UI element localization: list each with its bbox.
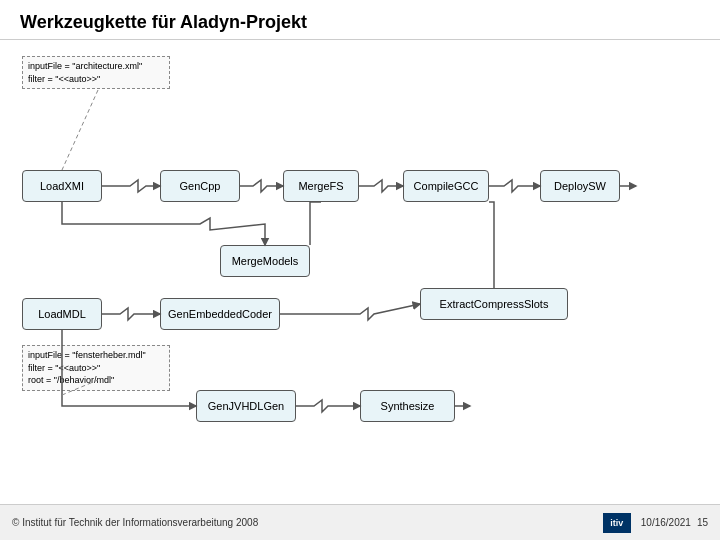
- node-compilegcc: CompileGCC: [403, 170, 489, 202]
- node-extractcompressslots: ExtractCompressSlots: [420, 288, 568, 320]
- info-box-2: inputFile = "fensterheber.mdl" filter = …: [22, 345, 170, 391]
- node-synthesize: Synthesize: [360, 390, 455, 422]
- node-genembeddedcoder: GenEmbeddedCoder: [160, 298, 280, 330]
- page: Werkzeugkette für Aladyn-Projekt inputFi…: [0, 0, 720, 540]
- footer-page: 15: [697, 517, 708, 528]
- footer-date: 10/16/2021: [641, 517, 691, 528]
- node-gencpp: GenCpp: [160, 170, 240, 202]
- info-box-1: inputFile = "architecture.xml" filter = …: [22, 56, 170, 89]
- diagram-area: inputFile = "architecture.xml" filter = …: [0, 40, 720, 500]
- footer-copyright: © Institut für Technik der Informationsv…: [12, 517, 258, 528]
- node-loadxmi: LoadXMI: [22, 170, 102, 202]
- node-mergemodels: MergeModels: [220, 245, 310, 277]
- footer-logo: itiv: [603, 513, 631, 533]
- connections-svg: [0, 40, 720, 500]
- footer: © Institut für Technik der Informationsv…: [0, 504, 720, 540]
- node-mergefs: MergeFS: [283, 170, 359, 202]
- info-box-1-line1: inputFile = "architecture.xml": [28, 60, 164, 73]
- svg-line-4: [62, 90, 98, 170]
- footer-right: itiv 10/16/2021 15: [599, 513, 708, 533]
- info-box-2-line3: root = "/behavior/mdl": [28, 374, 164, 387]
- info-box-1-line2: filter = "<<auto>>": [28, 73, 164, 86]
- info-box-2-line2: filter = "<<auto>>": [28, 362, 164, 375]
- page-title: Werkzeugkette für Aladyn-Projekt: [0, 0, 720, 40]
- info-box-2-line1: inputFile = "fensterheber.mdl": [28, 349, 164, 362]
- node-deploysw: DeploySW: [540, 170, 620, 202]
- node-loadmdl: LoadMDL: [22, 298, 102, 330]
- node-genjvhdlgen: GenJVHDLGen: [196, 390, 296, 422]
